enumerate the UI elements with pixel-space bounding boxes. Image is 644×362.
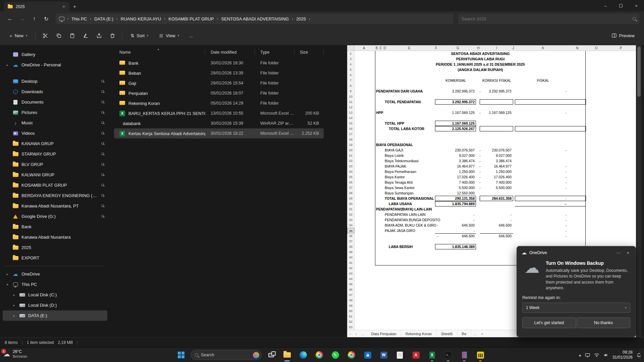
file-row[interactable]: Beban29/01/2026 13:39File folder: [114, 68, 324, 78]
maximize-button[interactable]: [613, 0, 629, 11]
no-thanks-button[interactable]: No thanks: [577, 317, 630, 328]
sidebar-item-music[interactable]: ♪Music: [3, 118, 107, 128]
file-row[interactable]: Gaji29/01/2026 15:54File folder: [114, 78, 324, 88]
get-started-button[interactable]: Let's get started: [522, 317, 576, 328]
view-button[interactable]: View ▾: [155, 31, 183, 41]
taskbar-icon-edge[interactable]: [297, 348, 310, 362]
weather-widget[interactable]: ☁ 1 26°C Berawan: [3, 349, 27, 359]
sidebar-item-downloads[interactable]: ↓Downloads: [3, 86, 107, 97]
breadcrumb-item[interactable]: DATA (E:): [92, 15, 116, 22]
taskbar-icon-acrobat[interactable]: A: [409, 348, 423, 362]
cut-button[interactable]: [40, 30, 51, 41]
refresh-button[interactable]: ↻: [41, 13, 52, 24]
sheet-tab[interactable]: Sheet5: [437, 330, 458, 337]
sidebar-item-pictures[interactable]: Pictures: [3, 107, 107, 118]
sidebar-item-onedrive-personal[interactable]: ▸☁OneDrive - Personal: [3, 60, 107, 70]
sidebar-item-2025[interactable]: 2025: [3, 242, 107, 253]
file-row[interactable]: Rekening Koran05/01/2026 14:29File folde…: [114, 98, 324, 108]
sidebar-item-documents[interactable]: Documents: [3, 97, 107, 107]
breadcrumb-item[interactable]: RUANG KERJA AYU: [118, 15, 163, 22]
up-button[interactable]: ↑: [29, 13, 40, 24]
show-desktop-button[interactable]: [640, 350, 641, 360]
sidebar-item-kanawa-abadi-nusantara[interactable]: Kanawa Abadi Nusantara: [3, 232, 107, 242]
clock[interactable]: 09:28 31/01/2026: [612, 350, 633, 360]
taskbar-icon-store[interactable]: [361, 348, 374, 362]
notification-close-icon[interactable]: ×: [625, 250, 631, 255]
close-button[interactable]: ×: [629, 0, 644, 11]
paste-button[interactable]: [66, 30, 78, 41]
breadcrumb-item[interactable]: This PC: [69, 15, 89, 22]
new-tab-button[interactable]: +: [73, 4, 76, 10]
sheet-tab[interactable]: Rekening Koran: [401, 330, 437, 337]
sheet-tab-scroll[interactable]: ‹: [347, 332, 353, 336]
sheet-tab-menu[interactable]: ...: [359, 332, 367, 336]
remind-dropdown[interactable]: 1 Week ▾: [522, 303, 630, 313]
add-sheet-button[interactable]: +: [479, 332, 486, 336]
preview-scrollbar[interactable]: [637, 45, 641, 337]
sheet-tab[interactable]: Data Penjualan: [367, 330, 401, 337]
share-button[interactable]: [93, 30, 105, 41]
sidebar-item-export[interactable]: EXPORT: [3, 253, 107, 263]
sidebar-item-this-pc[interactable]: ▾This PC: [3, 279, 107, 290]
column-header-name[interactable]: Name▴: [114, 49, 205, 55]
search-input[interactable]: [462, 16, 633, 21]
tab-close-icon[interactable]: ×: [61, 4, 66, 9]
sidebar-item-starway-grup[interactable]: STARWAY GRUP: [3, 149, 107, 159]
taskbar-icon-word[interactable]: W: [377, 348, 390, 362]
taskbar-icon-whatsapp[interactable]: [329, 348, 342, 362]
breadcrumb-item[interactable]: KOSAMBI PLAT GRUP: [166, 15, 216, 22]
more-button[interactable]: ...: [185, 30, 197, 41]
column-header-type[interactable]: Type: [255, 49, 294, 55]
file-row[interactable]: Bank30/01/2026 16:30File folder: [114, 58, 324, 68]
taskbar-icon-excel[interactable]: X: [425, 348, 439, 362]
minimize-button[interactable]: –: [598, 0, 613, 11]
sheet-tab[interactable]: Re: [458, 330, 471, 337]
file-row[interactable]: XBARU_KERTAS KERJA PPH 21 SENTOSA A...13…: [114, 108, 324, 118]
back-button[interactable]: ←: [5, 13, 15, 24]
sidebar-item-kalwani-grup[interactable]: KALWANI GRUP: [3, 170, 107, 180]
sort-button[interactable]: ⇅ Sort ▾: [126, 31, 152, 41]
sidebar-item-kanawa-grup[interactable]: KANAWA GRUP: [3, 138, 107, 149]
sidebar-item-gallery[interactable]: Gallery: [3, 49, 107, 60]
preview-toggle[interactable]: Preview: [607, 31, 639, 41]
taskbar-icon-task-view[interactable]: [264, 348, 278, 362]
sidebar-item-blv-grup[interactable]: BLV GRUP: [3, 159, 107, 170]
column-header-size[interactable]: Size: [294, 49, 324, 55]
start-button[interactable]: [174, 348, 188, 362]
taskbar-search[interactable]: Search: [191, 350, 262, 360]
taskbar-icon-winrar[interactable]: [458, 348, 471, 362]
sidebar-item-local-disk-d[interactable]: ▸Local Disk (D:): [3, 300, 107, 310]
file-row[interactable]: databank30/01/2026 15:39WinRAR ZIP archi…: [114, 118, 324, 128]
volume-icon[interactable]: [603, 353, 608, 357]
taskbar-icon-terminal[interactable]: >_: [441, 348, 455, 362]
taskbar-icon-notepad[interactable]: [393, 348, 407, 362]
hidden-icons-chevron[interactable]: ▴: [579, 353, 581, 357]
delete-button[interactable]: [107, 30, 118, 41]
copy-button[interactable]: [53, 30, 64, 41]
search-box[interactable]: [458, 13, 639, 24]
sheet-tab-scroll[interactable]: ›: [353, 332, 359, 336]
breadcrumb-item[interactable]: SENTOSA ABADI ADVERTAISING: [219, 15, 291, 22]
sheet-tab-overflow[interactable]: ...: [471, 332, 479, 336]
sidebar-item-videos[interactable]: ▶Videos: [3, 128, 107, 138]
taskbar-icon-file-explorer[interactable]: [280, 348, 294, 362]
sidebar-item-data-e[interactable]: ▸DATA (E:): [3, 310, 107, 321]
scrollbar-thumb[interactable]: [637, 47, 641, 97]
taskbar-icon-power-bi[interactable]: [474, 348, 487, 362]
taskbar-icon-chrome-2[interactable]: [345, 348, 358, 362]
column-header-date-modified[interactable]: Date modified: [205, 49, 255, 55]
sidebar-item-kosambi-plat-grup[interactable]: KOSAMBI PLAT GRUP: [3, 180, 107, 190]
sidebar-item-berdaya-energy-enginering-bee-grup[interactable]: BERDAYA ENERGY ENGINERING (BEE) GRUP: [3, 190, 107, 201]
sidebar-item-onedrive[interactable]: ▸☁OneDrive: [3, 269, 107, 279]
forward-button[interactable]: →: [17, 13, 28, 24]
sidebar-item-google-drive-g[interactable]: Google Drive (G:): [3, 211, 107, 222]
sidebar-item-bank[interactable]: Bank: [3, 222, 107, 232]
file-row[interactable]: Penjualan05/01/2026 18:07File folder: [114, 88, 324, 98]
display-tray-icon[interactable]: [585, 353, 590, 357]
file-row[interactable]: XKertas Kerja Sentosa Abadi Advertaising…: [114, 128, 324, 138]
notification-more-icon[interactable]: ⋯: [614, 250, 622, 255]
breadcrumb-item[interactable]: 2025: [294, 15, 308, 22]
wifi-icon[interactable]: [594, 353, 599, 357]
taskbar-icon-chrome[interactable]: [313, 348, 326, 362]
sidebar-item-local-disk-c[interactable]: ▸Local Disk (C:): [3, 290, 107, 300]
